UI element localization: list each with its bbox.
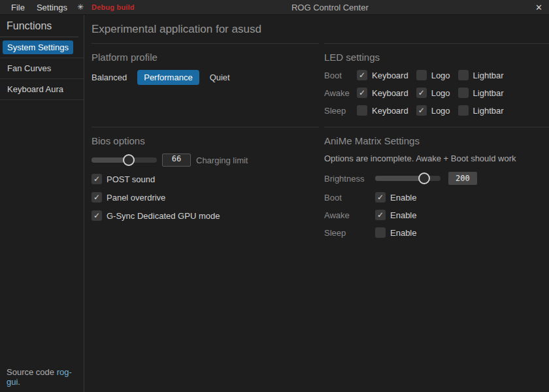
sleep-lightbar-checkbox[interactable]: ✓ Lightbar xyxy=(458,105,504,116)
anime-boot-enable-checkbox[interactable]: ✓ Enable xyxy=(375,192,416,203)
slider-handle[interactable] xyxy=(123,154,135,166)
bios-options-section: Bios options 66 Charging limit ✓ xyxy=(92,127,319,245)
close-icon[interactable]: ✕ xyxy=(525,3,549,12)
check-icon: ✓ xyxy=(357,88,367,98)
checkbox-label: Enable xyxy=(390,210,416,220)
check-icon: ✓ xyxy=(92,210,102,221)
anime-matrix-note: Options are incomplete. Awake + Boot sho… xyxy=(324,154,549,163)
snowflake-icon: ✳ xyxy=(77,3,84,12)
anime-row-boot: Boot ✓ Enable xyxy=(324,192,549,203)
sidebar-item-system-settings[interactable]: System Settings xyxy=(0,37,84,58)
menu-file[interactable]: File xyxy=(5,1,31,14)
check-icon: ✓ xyxy=(375,210,386,220)
rog-control-center-window: File Settings ✳ Debug build ROG Control … xyxy=(0,0,549,392)
checkbox-box: ✓ xyxy=(458,88,469,98)
menubar: File Settings ✳ Debug build xyxy=(0,1,135,14)
charging-limit-slider[interactable] xyxy=(92,154,157,166)
sleep-keyboard-checkbox[interactable]: ✓ Keyboard xyxy=(357,105,408,116)
boot-lightbar-checkbox[interactable]: ✓ Lightbar xyxy=(458,70,504,80)
profile-performance-button[interactable]: Performance xyxy=(137,70,199,85)
brightness-row: Brightness 200 xyxy=(324,172,549,185)
led-row-sleep: Sleep ✓ Keyboard ✓ Logo ✓ Lightbar xyxy=(324,105,549,116)
sidebar-item-label: Keyboard Aura xyxy=(3,82,68,96)
sidebar-item-label: System Settings xyxy=(3,41,73,54)
led-row-label: Awake xyxy=(324,88,357,98)
sleep-logo-checkbox[interactable]: ✓ Logo xyxy=(416,105,450,116)
profile-balanced-button[interactable]: Balanced xyxy=(92,70,127,85)
anime-row-awake: Awake ✓ Enable xyxy=(324,210,549,220)
checkbox-label: Enable xyxy=(390,228,416,238)
checkbox-box: ✓ xyxy=(357,88,367,98)
sidebar-item-fan-curves[interactable]: Fan Curves xyxy=(0,58,84,79)
checkbox-box: ✓ xyxy=(92,192,102,203)
window-body: Functions System Settings Fan Curves Key… xyxy=(0,15,549,392)
check-icon: ✓ xyxy=(375,192,386,203)
awake-keyboard-checkbox[interactable]: ✓ Keyboard xyxy=(357,88,408,98)
checkbox-label: Logo xyxy=(431,106,450,116)
sidebar-header: Functions xyxy=(7,20,84,32)
led-row-boot: Boot ✓ Keyboard ✓ Logo ✓ Lightbar xyxy=(324,70,549,80)
awake-lightbar-checkbox[interactable]: ✓ Lightbar xyxy=(458,88,504,98)
anime-sleep-enable-checkbox[interactable]: ✓ Enable xyxy=(375,227,416,238)
checkbox-label: Enable xyxy=(390,193,416,203)
led-settings-title: LED settings xyxy=(324,52,549,63)
anime-matrix-title: AniMe Matrix Settings xyxy=(324,135,549,146)
checkbox-label: POST sound xyxy=(107,174,155,184)
platform-profile-section: Platform profile Balanced Performance Qu… xyxy=(92,43,319,127)
checkbox-box: ✓ xyxy=(375,227,386,238)
charging-limit-value-field[interactable]: 66 xyxy=(162,154,191,167)
checkbox-box: ✓ xyxy=(92,174,102,184)
sidebar: Functions System Settings Fan Curves Key… xyxy=(0,15,84,392)
checkbox-box: ✓ xyxy=(458,70,469,80)
checkbox-box: ✓ xyxy=(357,105,367,116)
checkbox-label: Keyboard xyxy=(372,71,408,80)
awake-logo-checkbox[interactable]: ✓ Logo xyxy=(416,88,450,98)
checkbox-label: Logo xyxy=(431,88,450,98)
anime-row-sleep: Sleep ✓ Enable xyxy=(324,227,549,238)
bios-checkboxes: ✓ POST sound ✓ Panel overdrive ✓ G-Sync … xyxy=(92,174,319,221)
led-row-label: Boot xyxy=(324,71,357,80)
checkbox-label: Panel overdrive xyxy=(107,193,165,203)
anime-matrix-section: AniMe Matrix Settings Options are incomp… xyxy=(324,127,549,245)
boot-keyboard-checkbox[interactable]: ✓ Keyboard xyxy=(357,70,408,80)
checkbox-box: ✓ xyxy=(357,70,367,80)
menu-settings[interactable]: Settings xyxy=(31,1,73,14)
check-icon: ✓ xyxy=(92,192,102,203)
checkbox-label: Lightbar xyxy=(473,106,504,116)
check-icon: ✓ xyxy=(357,70,367,80)
checkbox-label: G-Sync Dedicated GPU mode xyxy=(107,211,220,221)
platform-profile-switcher: Balanced Performance Quiet xyxy=(92,70,319,85)
charging-limit-label: Charging limit xyxy=(196,155,248,165)
titlebar: File Settings ✳ Debug build ROG Control … xyxy=(0,0,549,15)
source-code-text: Source code xyxy=(7,367,54,377)
checkbox-box: ✓ xyxy=(92,210,102,221)
gsync-gpu-mode-checkbox[interactable]: ✓ G-Sync Dedicated GPU mode xyxy=(92,210,311,221)
checkbox-label: Lightbar xyxy=(473,88,504,98)
page-title: Experimental application for asusd xyxy=(92,23,549,36)
charging-limit-row: 66 Charging limit xyxy=(92,154,319,167)
slider-handle[interactable] xyxy=(418,172,430,184)
anime-row-label: Awake xyxy=(324,210,375,220)
post-sound-checkbox[interactable]: ✓ POST sound xyxy=(92,174,311,184)
sidebar-item-keyboard-aura[interactable]: Keyboard Aura xyxy=(0,79,84,100)
panel-overdrive-checkbox[interactable]: ✓ Panel overdrive xyxy=(92,192,311,203)
checkbox-label: Logo xyxy=(431,71,450,80)
checkbox-label: Keyboard xyxy=(372,88,408,98)
checkbox-box: ✓ xyxy=(375,192,386,203)
checkbox-box: ✓ xyxy=(375,210,386,220)
led-settings-section: LED settings Boot ✓ Keyboard ✓ Logo ✓ xyxy=(324,43,549,127)
profile-quiet-button[interactable]: Quiet xyxy=(210,70,230,85)
checkbox-label: Keyboard xyxy=(372,106,408,116)
brightness-value: 200 xyxy=(448,172,477,185)
sidebar-item-label: Fan Curves xyxy=(3,61,56,75)
checkbox-box: ✓ xyxy=(458,105,469,116)
source-code-suffix: . xyxy=(18,377,20,387)
anime-row-label: Sleep xyxy=(324,228,375,238)
anime-row-label: Boot xyxy=(324,193,375,203)
boot-logo-checkbox[interactable]: ✓ Logo xyxy=(416,70,450,80)
brightness-slider[interactable] xyxy=(375,172,441,184)
source-code-note: Source code rog-gui. xyxy=(0,362,84,392)
anime-awake-enable-checkbox[interactable]: ✓ Enable xyxy=(375,210,416,220)
check-icon: ✓ xyxy=(416,88,427,98)
led-row-label: Sleep xyxy=(324,106,357,116)
